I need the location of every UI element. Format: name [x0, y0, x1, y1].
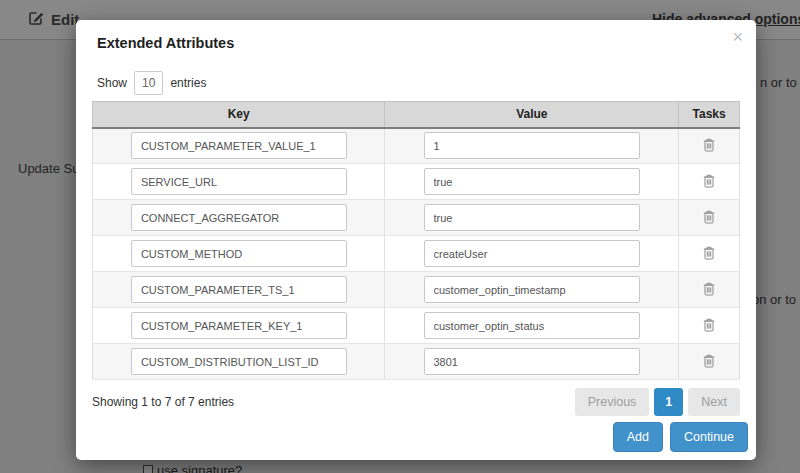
- value-input[interactable]: [424, 312, 641, 339]
- key-input[interactable]: [131, 204, 347, 231]
- tasks-cell: [679, 236, 740, 272]
- value-cell: [385, 128, 679, 164]
- delete-row-button[interactable]: [699, 208, 719, 226]
- key-cell: [93, 200, 385, 236]
- delete-row-button[interactable]: [699, 316, 719, 334]
- delete-row-button[interactable]: [699, 172, 719, 190]
- tasks-cell: [679, 344, 740, 380]
- value-cell: [385, 164, 679, 200]
- table-row: [93, 272, 740, 308]
- tasks-cell: [679, 200, 740, 236]
- table-row: [93, 128, 740, 164]
- trash-icon: [703, 320, 715, 335]
- key-input[interactable]: [131, 348, 347, 375]
- value-cell: [385, 236, 679, 272]
- table-row: [93, 308, 740, 344]
- entries-info-text: Showing 1 to 7 of 7 entries: [92, 395, 234, 409]
- value-input[interactable]: [424, 132, 641, 159]
- column-header-tasks: Tasks: [679, 102, 740, 128]
- table-row: [93, 236, 740, 272]
- entries-label: entries: [170, 76, 206, 90]
- value-input[interactable]: [424, 168, 641, 195]
- key-cell: [93, 344, 385, 380]
- key-cell: [93, 164, 385, 200]
- pagination: Previous 1 Next: [575, 388, 740, 416]
- value-input[interactable]: [424, 276, 641, 303]
- tasks-cell: [679, 272, 740, 308]
- key-input[interactable]: [131, 168, 347, 195]
- trash-icon: [703, 140, 715, 155]
- entries-select[interactable]: 10: [134, 71, 163, 95]
- tasks-cell: [679, 308, 740, 344]
- key-cell: [93, 128, 385, 164]
- value-cell: [385, 308, 679, 344]
- key-cell: [93, 308, 385, 344]
- tasks-cell: [679, 164, 740, 200]
- delete-row-button[interactable]: [699, 244, 719, 262]
- trash-icon: [703, 356, 715, 371]
- trash-icon: [703, 212, 715, 227]
- key-input[interactable]: [131, 132, 347, 159]
- trash-icon: [703, 248, 715, 263]
- value-input[interactable]: [424, 240, 641, 267]
- extended-attributes-modal: × Extended Attributes Show 10 entries Ke…: [76, 20, 756, 460]
- key-input[interactable]: [131, 276, 347, 303]
- delete-row-button[interactable]: [699, 136, 719, 154]
- modal-actions: Add Continue: [613, 422, 748, 452]
- table-row: [93, 164, 740, 200]
- key-cell: [93, 236, 385, 272]
- table-row: [93, 344, 740, 380]
- key-input[interactable]: [131, 240, 347, 267]
- attributes-table: Key Value Tasks: [92, 101, 740, 380]
- key-cell: [93, 272, 385, 308]
- tasks-cell: [679, 128, 740, 164]
- close-icon[interactable]: ×: [732, 28, 743, 46]
- delete-row-button[interactable]: [699, 280, 719, 298]
- trash-icon: [703, 176, 715, 191]
- value-cell: [385, 272, 679, 308]
- next-page-button[interactable]: Next: [688, 388, 740, 416]
- value-input[interactable]: [424, 204, 641, 231]
- value-cell: [385, 344, 679, 380]
- value-cell: [385, 200, 679, 236]
- delete-row-button[interactable]: [699, 352, 719, 370]
- entries-length-menu: Show 10 entries: [97, 71, 756, 95]
- modal-title: Extended Attributes: [97, 35, 756, 51]
- table-header-row: Key Value Tasks: [93, 102, 740, 128]
- show-label: Show: [97, 76, 127, 90]
- key-input[interactable]: [131, 312, 347, 339]
- table-row: [93, 200, 740, 236]
- trash-icon: [703, 284, 715, 299]
- current-page-button[interactable]: 1: [654, 388, 683, 416]
- table-footer: Showing 1 to 7 of 7 entries Previous 1 N…: [92, 388, 740, 416]
- column-header-value: Value: [385, 102, 679, 128]
- column-header-key: Key: [93, 102, 385, 128]
- previous-page-button[interactable]: Previous: [575, 388, 650, 416]
- value-input[interactable]: [424, 348, 641, 375]
- add-button[interactable]: Add: [613, 422, 663, 452]
- continue-button[interactable]: Continue: [670, 422, 748, 452]
